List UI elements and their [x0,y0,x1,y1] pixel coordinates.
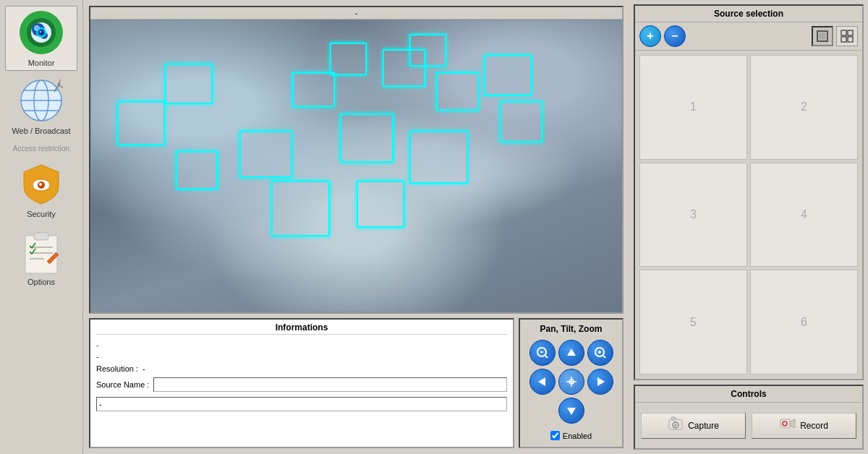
ptz-right-button[interactable] [587,369,613,395]
source-name-label: Source Name : [96,380,149,389]
svg-rect-46 [841,37,846,42]
video-frame [90,20,622,312]
svg-rect-43 [819,33,826,40]
detection-box-5 [292,72,335,108]
resolution-row: Resolution : - [96,364,507,373]
svg-rect-21 [25,236,57,273]
add-source-button[interactable]: + [639,25,661,47]
svg-rect-49 [671,417,676,420]
sidebar-item-monitor[interactable]: Monitor [5,6,77,71]
detection-box-3 [176,151,218,189]
record-label: Record [800,421,828,431]
source-cell-2[interactable]: 2 [750,55,858,160]
remove-source-button[interactable]: − [664,25,686,47]
ptz-panel: Pan, Tilt, Zoom [519,318,624,448]
ptz-panel-title: Pan, Tilt, Zoom [540,324,603,334]
detection-box-9 [436,72,479,111]
sidebar-item-web-broadcast[interactable]: Web / Broadcast [5,74,77,139]
detection-box-12 [409,131,468,184]
svg-rect-52 [780,419,790,428]
svg-point-7 [39,30,43,35]
record-button[interactable]: Record [752,413,856,439]
web-broadcast-label: Web / Broadcast [12,127,70,135]
record-icon [780,416,796,435]
ptz-up-button[interactable] [558,340,584,366]
source-cell-3[interactable]: 3 [639,163,747,267]
detection-box-13 [340,113,393,163]
source-name-input[interactable] [153,377,507,392]
ptz-enabled-row: Enabled [550,431,592,440]
controls-panel: Controls Capture [634,385,864,450]
source-view-grid-button[interactable] [836,26,858,46]
source-grid: 1 2 3 4 5 6 [635,51,862,379]
resolution-label: Resolution : [96,364,138,373]
svg-point-20 [39,183,42,186]
capture-label: Capture [688,421,719,431]
add-icon: + [647,30,653,43]
video-container: - [89,6,624,314]
detection-box-4 [239,131,293,178]
svg-point-51 [674,424,677,427]
source-cell-4[interactable]: 4 [750,163,858,267]
main-content: - [83,0,629,454]
bottom-input[interactable] [96,397,507,411]
source-cell-5[interactable]: 5 [639,270,747,374]
source-cell-6[interactable]: 6 [750,270,858,374]
info-line-2: - [96,352,507,361]
monitor-label: Monitor [28,59,55,67]
web-broadcast-icon [18,77,64,124]
video-title: - [355,9,358,17]
detection-box-15 [357,181,404,228]
controls-buttons: Capture Record [635,403,862,448]
sidebar-item-security[interactable]: Security [5,157,77,222]
security-icon [18,160,64,207]
detection-box-14 [271,181,330,236]
options-label: Options [27,278,55,286]
ptz-empty-1 [529,398,556,424]
source-view-single-button[interactable] [812,26,833,46]
access-restriction-label: Access restriction [3,142,80,154]
sidebar-item-options[interactable]: Options [5,225,77,290]
controls-title: Controls [635,386,862,403]
detection-box-6 [330,43,367,75]
svg-line-30 [545,356,548,358]
detection-box-11 [500,101,542,142]
svg-rect-22 [34,233,48,240]
source-cell-4-label: 4 [801,208,807,221]
ptz-empty-2 [587,398,613,424]
sidebar: Monitor Web / Broadcast Access restricti… [0,0,83,454]
detection-box-10 [484,55,532,96]
capture-button[interactable]: Capture [641,413,746,439]
info-panel: Informations - - Resolution : - Source N… [89,318,514,448]
resolution-value: - [142,364,145,373]
detection-box-8 [409,34,446,67]
ptz-left-button[interactable] [529,369,556,395]
ptz-center-button[interactable] [558,369,584,395]
source-cell-5-label: 5 [690,316,697,329]
source-cell-6-label: 6 [801,316,807,329]
svg-point-8 [40,31,41,33]
ptz-zoom-in-button[interactable] [587,340,613,366]
bottom-row: Informations - - Resolution : - Source N… [89,318,624,448]
svg-marker-36 [538,377,545,386]
svg-line-35 [603,356,605,358]
source-cell-1[interactable]: 1 [639,55,747,160]
svg-marker-31 [567,348,576,356]
source-selection-title: Source selection [635,6,862,22]
source-name-row: Source Name : [96,377,507,392]
source-selection: Source selection + − 1 [634,4,864,380]
ptz-enabled-checkbox[interactable] [550,431,560,440]
monitor-icon [18,9,64,56]
svg-marker-41 [567,408,576,415]
source-toolbar: + − [635,22,862,51]
svg-rect-44 [841,30,846,35]
info-line-1: - [96,340,507,349]
security-label: Security [27,210,56,218]
detection-box-2 [165,64,213,105]
ptz-down-button[interactable] [558,398,584,424]
remove-icon: − [671,30,678,43]
right-panel: Source selection + − 1 [629,0,868,454]
ptz-grid [529,340,613,424]
ptz-zoom-out-button[interactable] [529,340,556,366]
svg-rect-47 [848,37,853,42]
